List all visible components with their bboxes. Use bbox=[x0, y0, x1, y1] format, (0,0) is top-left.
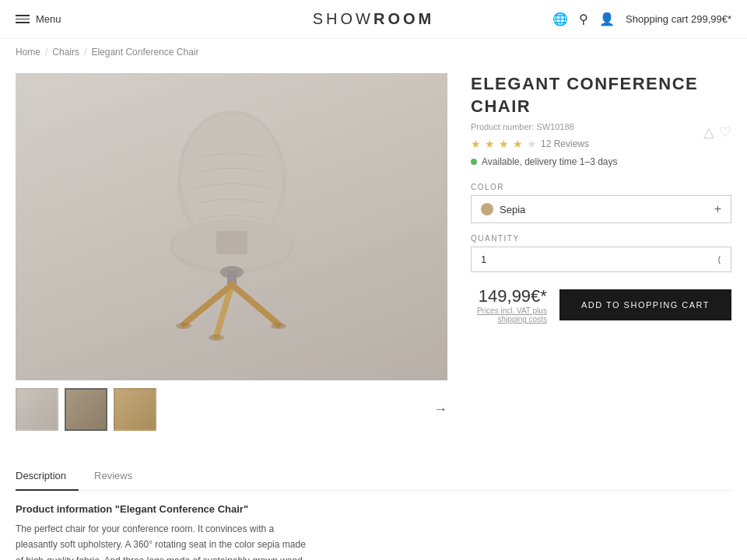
breadcrumb-category[interactable]: Chairs bbox=[52, 47, 79, 58]
tabs-section: Description Reviews bbox=[0, 446, 747, 491]
add-to-cart-button[interactable]: ADD TO SHOPPING CART bbox=[559, 289, 731, 320]
svg-point-10 bbox=[209, 334, 224, 341]
description-title: Product information "Elegant Conference … bbox=[16, 503, 731, 515]
color-swatch bbox=[481, 203, 493, 215]
search-icon[interactable]: ⚲ bbox=[579, 12, 588, 26]
color-left: Sepia bbox=[481, 203, 525, 215]
user-icon[interactable]: 👤 bbox=[599, 12, 615, 26]
quantity-label: QUANTITY bbox=[471, 234, 731, 243]
site-header: Menu SHOWROOM 🌐 ⚲ 👤 Shopping cart 299,99… bbox=[0, 0, 747, 39]
availability-dot bbox=[471, 159, 477, 165]
quantity-option: QUANTITY 1 ⟨ bbox=[471, 234, 731, 272]
breadcrumb-sep-2: / bbox=[84, 47, 86, 58]
svg-line-8 bbox=[232, 285, 279, 324]
chair-svg bbox=[123, 95, 341, 359]
product-number-value: SW10188 bbox=[536, 122, 573, 131]
product-number-label: Product number: bbox=[471, 122, 534, 131]
share-icon[interactable]: △ bbox=[703, 124, 714, 141]
logo-prefix: SHOW bbox=[313, 10, 374, 27]
description-text: The perfect chair for your conference ro… bbox=[16, 521, 311, 560]
thumbnail-3[interactable] bbox=[114, 388, 156, 431]
svg-point-11 bbox=[271, 323, 286, 329]
main-product-image bbox=[16, 73, 447, 380]
star-4: ★ bbox=[513, 138, 523, 150]
wishlist-actions: △ ♡ bbox=[703, 124, 731, 141]
color-label: COLOR bbox=[471, 183, 731, 191]
tab-description[interactable]: Description bbox=[16, 462, 79, 491]
thumbnail-strip: → bbox=[16, 388, 447, 431]
product-title: ELEGANT CONFERENCE CHAIR bbox=[471, 73, 731, 117]
star-rating: ★ ★ ★ ★ ★ 12 Reviews bbox=[471, 138, 731, 150]
breadcrumb-current: Elegant Conference Chair bbox=[91, 47, 198, 58]
availability-text: Available, delivery time 1–3 days bbox=[482, 156, 618, 167]
color-selector[interactable]: Sepia + bbox=[471, 195, 731, 223]
description-section: Product information "Elegant Conference … bbox=[0, 503, 747, 560]
review-count[interactable]: 12 Reviews bbox=[541, 138, 589, 149]
image-background bbox=[16, 73, 447, 380]
star-2: ★ bbox=[485, 138, 495, 150]
price-note-link[interactable]: Prices incl. VAT plus shipping costs bbox=[477, 306, 547, 324]
cart-label-text: Shopping cart bbox=[626, 13, 688, 25]
thumbnail-next-arrow[interactable]: → bbox=[433, 401, 447, 418]
site-logo[interactable]: SHOWROOM bbox=[313, 10, 434, 28]
color-value: Sepia bbox=[500, 204, 525, 215]
price-area: 149,99€* Prices incl. VAT plus shipping … bbox=[471, 286, 547, 324]
cart-price: 299,99€* bbox=[691, 13, 731, 25]
svg-point-12 bbox=[176, 323, 191, 329]
star-3: ★ bbox=[499, 138, 509, 150]
quantity-value: 1 bbox=[481, 254, 486, 265]
logo-suffix: ROOM bbox=[374, 10, 434, 27]
breadcrumb: Home / Chairs / Elegant Conference Chair bbox=[0, 39, 747, 65]
menu-label: Menu bbox=[36, 13, 61, 25]
breadcrumb-sep-1: / bbox=[45, 47, 47, 58]
price-note: Prices incl. VAT plus shipping costs bbox=[471, 306, 547, 324]
hamburger-icon bbox=[16, 15, 30, 23]
quantity-selector[interactable]: 1 ⟨ bbox=[471, 247, 731, 272]
star-1: ★ bbox=[471, 138, 481, 150]
star-5: ★ bbox=[527, 138, 537, 150]
product-tabs: Description Reviews bbox=[16, 462, 731, 491]
wishlist-icon[interactable]: ♡ bbox=[719, 124, 731, 141]
product-info: ELEGANT CONFERENCE CHAIR Product number:… bbox=[471, 73, 731, 431]
product-container: △ ♡ bbox=[0, 65, 747, 446]
cart-label[interactable]: Shopping cart 299,99€* bbox=[626, 13, 731, 25]
product-number: Product number: SW10188 bbox=[471, 122, 731, 131]
thumbnail-2[interactable] bbox=[65, 388, 107, 431]
breadcrumb-home[interactable]: Home bbox=[16, 47, 40, 58]
svg-rect-4 bbox=[216, 231, 247, 254]
tab-reviews[interactable]: Reviews bbox=[94, 462, 145, 491]
color-expand-icon: + bbox=[714, 202, 721, 216]
header-actions: 🌐 ⚲ 👤 Shopping cart 299,99€* bbox=[552, 12, 731, 26]
color-option: COLOR Sepia + bbox=[471, 183, 731, 223]
product-images: → bbox=[16, 73, 447, 431]
quantity-chevron-icon: ⟨ bbox=[717, 254, 721, 265]
product-price: 149,99€* bbox=[471, 286, 547, 306]
language-icon[interactable]: 🌐 bbox=[552, 12, 568, 26]
price-cart-row: 149,99€* Prices incl. VAT plus shipping … bbox=[471, 286, 731, 324]
chair-illustration bbox=[16, 73, 447, 380]
availability-status: Available, delivery time 1–3 days bbox=[471, 156, 731, 167]
thumbnail-1[interactable] bbox=[16, 388, 58, 431]
menu-button[interactable]: Menu bbox=[16, 13, 61, 25]
